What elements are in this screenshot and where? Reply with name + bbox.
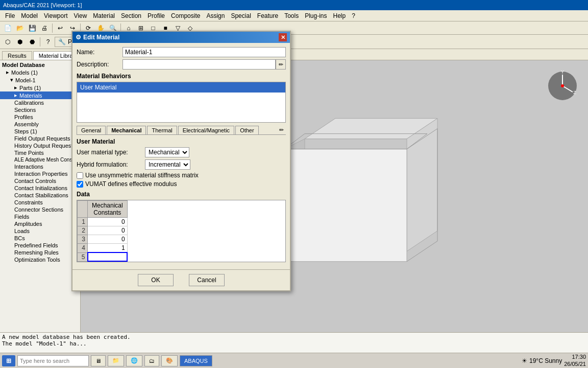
- name-row: Name:: [77, 47, 286, 57]
- tab-thermal[interactable]: Thermal: [147, 126, 177, 134]
- cancel-button[interactable]: Cancel: [189, 274, 225, 286]
- dialog-tabs: General Mechanical Thermal Electrical/Ma…: [77, 126, 286, 135]
- name-input[interactable]: [122, 47, 286, 57]
- description-label: Description:: [77, 61, 122, 68]
- vumat-row: VUMAT defines effective modulus: [77, 180, 286, 188]
- user-material-type-select[interactable]: Mechanical Thermal: [145, 147, 189, 157]
- data-table-container: MechanicalConstants 102030415: [77, 200, 286, 262]
- data-table: MechanicalConstants 102030415: [77, 200, 128, 262]
- hybrid-formulation-select[interactable]: Incremental Total: [145, 159, 190, 170]
- description-edit-icon[interactable]: ✏: [276, 59, 286, 70]
- table-cell-2[interactable]: 0: [88, 226, 128, 235]
- dialog-icon: ⚙: [76, 34, 81, 41]
- tab-electrical[interactable]: Electrical/Magnetic: [178, 126, 234, 134]
- behaviors-list: User Material: [77, 82, 286, 123]
- table-row-num-3: 3: [78, 235, 88, 244]
- description-row: Description: ✏: [77, 59, 286, 70]
- ok-button[interactable]: OK: [138, 274, 174, 286]
- tab-edit-icon[interactable]: ✏: [277, 126, 286, 134]
- table-cell-4[interactable]: 1: [88, 244, 128, 253]
- table-row-num-1: 1: [78, 218, 88, 226]
- data-label: Data: [77, 191, 286, 198]
- material-behaviors-label: Material Behaviors: [77, 73, 286, 80]
- vumat-checkbox[interactable]: [77, 181, 83, 188]
- table-row-num-5: 5: [78, 252, 88, 261]
- dialog-footer: OK Cancel: [72, 269, 290, 290]
- description-input[interactable]: [122, 59, 276, 70]
- dialog-title-bar: ⚙ Edit Material ✕: [72, 32, 290, 43]
- dialog-title-text: Edit Material: [83, 34, 279, 41]
- hybrid-formulation-row: Hybrid formulation: Incremental Total: [77, 159, 286, 170]
- table-row-num-2: 2: [78, 226, 88, 235]
- table-cell-5[interactable]: [88, 252, 128, 261]
- hybrid-formulation-label: Hybrid formulation:: [77, 161, 143, 168]
- tab-mechanical[interactable]: Mechanical: [107, 126, 146, 134]
- tab-general[interactable]: General: [77, 126, 106, 134]
- name-label: Name:: [77, 49, 122, 56]
- table-header-mechanical: MechanicalConstants: [88, 201, 128, 218]
- unsymmetric-checkbox[interactable]: [77, 172, 83, 179]
- user-material-type-label: User material type:: [77, 149, 143, 156]
- table-header-num: [78, 201, 88, 218]
- unsymmetric-row: Use unsymmetric material stiffness matri…: [77, 172, 286, 179]
- data-section: Data MechanicalConstants 102030415: [77, 191, 286, 262]
- unsymmetric-label: Use unsymmetric material stiffness matri…: [85, 172, 199, 179]
- user-material-section: User Material User material type: Mechan…: [77, 138, 286, 188]
- table-cell-1[interactable]: 0: [88, 218, 128, 226]
- behavior-user-material[interactable]: User Material: [77, 82, 285, 93]
- edit-material-dialog: ⚙ Edit Material ✕ Name: Description: ✏ M…: [71, 31, 291, 291]
- tab-other[interactable]: Other: [235, 126, 259, 134]
- table-cell-3[interactable]: 0: [88, 235, 128, 244]
- dialog-overlay: ⚙ Edit Material ✕ Name: Description: ✏ M…: [0, 0, 588, 368]
- dialog-close-button[interactable]: ✕: [279, 33, 287, 41]
- vumat-label: VUMAT defines effective modulus: [85, 180, 177, 188]
- user-material-type-row: User material type: Mechanical Thermal: [77, 147, 286, 157]
- user-material-title: User Material: [77, 138, 286, 145]
- dialog-body: Name: Description: ✏ Material Behaviors …: [72, 43, 290, 266]
- table-row-num-4: 4: [78, 244, 88, 253]
